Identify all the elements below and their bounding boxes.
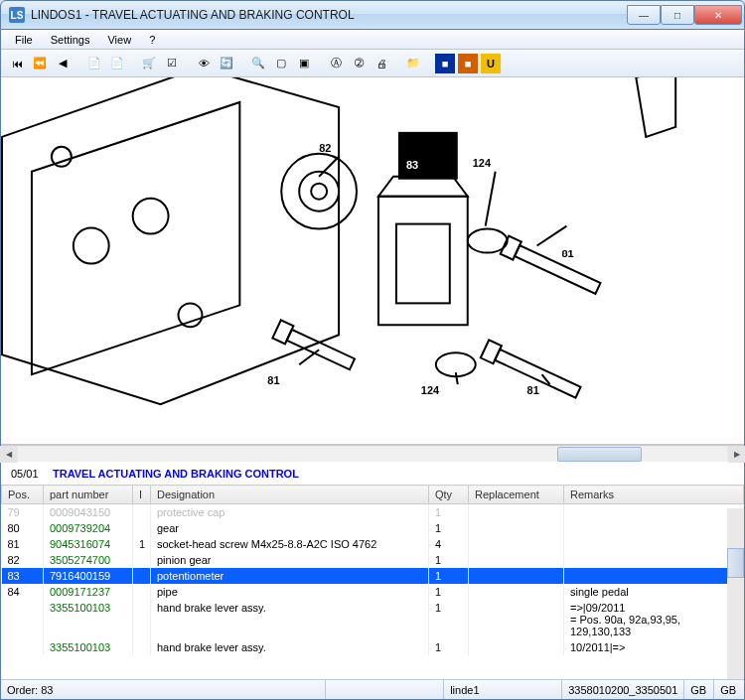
scroll-thumb[interactable] xyxy=(557,447,643,462)
vscroll-thumb[interactable] xyxy=(727,548,744,578)
table-row[interactable]: 837916400159potentiometer1 xyxy=(2,568,744,584)
refresh-icon[interactable]: 🔄 xyxy=(217,54,236,73)
doc2-icon[interactable]: ▣ xyxy=(294,54,314,73)
svg-line-17 xyxy=(486,172,496,226)
u-yellow-icon[interactable]: U xyxy=(481,54,501,73)
svg-line-20 xyxy=(456,372,458,384)
cell-desig: protective cap xyxy=(151,504,429,521)
col-pn[interactable]: part number xyxy=(44,486,133,504)
diagram-label-124a: 124 xyxy=(473,157,492,169)
target-icon[interactable]: Ⓐ xyxy=(326,54,346,73)
col-qty[interactable]: Qty xyxy=(429,486,469,504)
table-row[interactable]: 3355100103hand brake lever assy.1=>|09/2… xyxy=(2,600,744,639)
square-orange-icon[interactable]: ■ xyxy=(458,54,478,73)
col-repl[interactable]: Replacement xyxy=(469,486,564,504)
col-i[interactable]: I xyxy=(133,486,151,504)
menu-help[interactable]: ? xyxy=(141,32,163,48)
eye-off-icon[interactable]: 👁 xyxy=(194,54,214,73)
diagram-label-83: 83 xyxy=(406,159,418,171)
cell-repl xyxy=(469,520,564,536)
section-header: 05/01 TRAVEL ACTUATING AND BRAKING CONTR… xyxy=(1,462,744,485)
cell-qty: 1 xyxy=(429,504,469,521)
svg-line-19 xyxy=(299,350,319,364)
menu-view[interactable]: View xyxy=(99,32,139,48)
nav-first-icon[interactable]: ⏮ xyxy=(7,54,27,73)
checkbox-icon[interactable]: ☑ xyxy=(162,54,182,73)
cell-rem: =>|09/2011 = Pos. 90a, 92a,93,95, 129,13… xyxy=(564,600,744,639)
table-row[interactable]: 8190453160741socket-head screw M4x25-8.8… xyxy=(2,536,744,552)
nav-back-icon[interactable]: ◀ xyxy=(53,54,73,73)
minimize-button[interactable]: — xyxy=(627,5,661,25)
cell-repl xyxy=(469,536,564,552)
cell-i xyxy=(133,520,151,536)
cell-rem: 10/2011|=> xyxy=(564,639,744,655)
status-order: Order: 83 xyxy=(1,680,326,699)
table-row[interactable]: 790009043150protective cap1 xyxy=(2,504,744,521)
cell-pn: 9045316074 xyxy=(44,536,133,552)
menu-bar: File Settings View ? xyxy=(1,30,744,50)
cell-rem: single pedal xyxy=(564,584,744,600)
svg-line-18 xyxy=(537,226,567,246)
table-row[interactable]: 800009739204gear1 xyxy=(2,520,744,536)
cell-repl xyxy=(469,600,564,639)
cell-desig: pinion gear xyxy=(151,552,429,568)
scroll-right-icon[interactable]: ▶ xyxy=(728,446,745,463)
cell-pn: 3355100103 xyxy=(44,600,133,639)
col-pos[interactable]: Pos. xyxy=(2,486,44,504)
zoom-in-icon[interactable]: 🔍 xyxy=(248,54,268,73)
svg-point-4 xyxy=(281,154,357,229)
cell-repl xyxy=(469,568,564,584)
cell-pn: 3355100103 xyxy=(44,639,133,655)
window-titlebar: LS LINDOS1 - TRAVEL ACTUATING AND BRAKIN… xyxy=(0,0,745,30)
cart-icon[interactable]: 🛒 xyxy=(139,54,159,73)
table-row[interactable]: 3355100103hand brake lever assy.110/2011… xyxy=(2,639,744,655)
cell-qty: 1 xyxy=(429,520,469,536)
status-right: 3358010200_3350501 xyxy=(562,680,684,699)
cell-rem xyxy=(564,536,744,552)
menu-settings[interactable]: Settings xyxy=(43,32,98,48)
parts-table-wrap: Pos. part number I Designation Qty Repla… xyxy=(1,485,744,679)
close-button[interactable]: ✕ xyxy=(694,5,742,25)
arrow-a-icon[interactable]: ➁ xyxy=(349,54,369,73)
cell-repl xyxy=(469,584,564,600)
cell-rem xyxy=(564,552,744,568)
table-row[interactable]: 840009171237pipe1single pedal xyxy=(2,584,744,600)
nav-prev-icon[interactable]: ⏪ xyxy=(30,54,50,73)
status-gb1: GB xyxy=(684,680,714,699)
svg-rect-7 xyxy=(396,224,450,304)
cell-pos: 81 xyxy=(2,536,44,552)
cell-i xyxy=(133,600,151,639)
app-icon: LS xyxy=(9,7,25,23)
status-blank xyxy=(326,680,444,699)
diagram-viewport[interactable]: 82 124 81 81 124 81 83 xyxy=(1,77,744,445)
maximize-button[interactable]: □ xyxy=(661,5,694,25)
diagram-label-83-bg xyxy=(398,132,458,180)
cell-pos: 79 xyxy=(2,504,44,521)
cell-pn: 7916400159 xyxy=(44,568,133,584)
table-row[interactable]: 823505274700pinion gear1 xyxy=(2,552,744,568)
cell-rem xyxy=(564,568,744,584)
status-mid: linde1 xyxy=(444,680,562,699)
svg-point-6 xyxy=(311,184,327,200)
cell-qty: 1 xyxy=(429,552,469,568)
export-1-icon[interactable]: 📄 xyxy=(84,54,104,73)
window-title: LINDOS1 - TRAVEL ACTUATING AND BRAKING C… xyxy=(31,8,627,22)
square-blue-icon[interactable]: ■ xyxy=(435,54,455,73)
svg-rect-15 xyxy=(272,320,293,344)
doc-icon[interactable]: ▢ xyxy=(271,54,291,73)
diagram-hscrollbar[interactable]: ◀ ▶ xyxy=(1,445,744,462)
scroll-left-icon[interactable]: ◀ xyxy=(0,446,17,463)
diagram-label-81b: 81 xyxy=(267,374,279,386)
cell-desig: pipe xyxy=(151,584,429,600)
table-vscrollbar[interactable] xyxy=(727,508,744,679)
folder-icon[interactable]: 📁 xyxy=(403,54,423,73)
print-icon[interactable]: 🖨 xyxy=(372,54,391,73)
cell-pos xyxy=(2,600,44,639)
diagram-label-81a: 81 xyxy=(561,248,573,260)
menu-file[interactable]: File xyxy=(7,32,41,48)
diagram-label-124b: 124 xyxy=(421,384,440,396)
export-2-icon[interactable]: 📄 xyxy=(107,54,127,73)
col-desig[interactable]: Designation xyxy=(151,486,429,504)
col-rem[interactable]: Remarks xyxy=(564,486,744,504)
parts-table[interactable]: Pos. part number I Designation Qty Repla… xyxy=(1,485,744,655)
